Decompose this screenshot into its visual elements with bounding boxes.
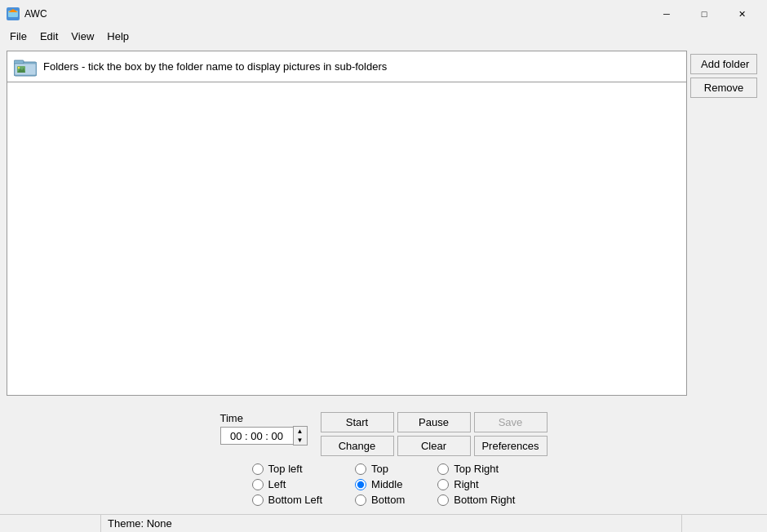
app-title: AWC — [24, 8, 47, 20]
radio-middle-input[interactable] — [355, 479, 366, 490]
status-left — [3, 515, 101, 532]
time-input-row: ▲ ▼ — [220, 426, 308, 446]
menu-help[interactable]: Help — [100, 29, 135, 44]
radio-bottom-right-label: Bottom Right — [454, 494, 515, 506]
radio-bottom-left[interactable]: Bottom Left — [252, 494, 322, 506]
menu-edit[interactable]: Edit — [33, 29, 64, 44]
app-icon — [7, 7, 20, 20]
preferences-button[interactable]: Preferences — [474, 436, 548, 456]
menu-view[interactable]: View — [64, 29, 100, 44]
radio-col-center: Top Middle Bottom — [355, 463, 405, 506]
radio-col-left: Top left Left Bottom Left — [252, 463, 322, 506]
title-bar-controls: ─ □ ✕ — [648, 4, 760, 24]
start-button[interactable]: Start — [321, 412, 394, 432]
action-row-1: Start Pause Save — [321, 412, 548, 432]
folder-icon — [14, 57, 37, 77]
status-bar: Theme: None — [0, 514, 767, 532]
time-label: Time — [220, 412, 308, 424]
status-center: Theme: None — [101, 515, 682, 532]
folder-list-body — [7, 82, 686, 395]
radio-middle[interactable]: Middle — [355, 478, 405, 490]
radio-right-label: Right — [454, 478, 478, 490]
main-content: Folders - tick the box by the folder nam… — [0, 46, 767, 514]
controls-row: Time ▲ ▼ Start Pause Save Change — [7, 412, 760, 456]
radio-right-input[interactable] — [437, 479, 449, 490]
radio-bottom-right-input[interactable] — [437, 494, 449, 506]
save-button[interactable]: Save — [474, 412, 548, 432]
svg-point-10 — [18, 66, 20, 68]
action-buttons: Start Pause Save Change Clear Preference… — [321, 412, 548, 456]
folder-panel: Folders - tick the box by the folder nam… — [7, 51, 687, 396]
radio-top-right-label: Top Right — [454, 463, 499, 475]
radio-col-right: Top Right Right Bottom Right — [437, 463, 515, 506]
add-folder-button[interactable]: Add folder — [690, 54, 757, 74]
radio-top-left-label: Top left — [268, 463, 303, 475]
radio-bottom-input[interactable] — [355, 494, 366, 506]
maximize-button[interactable]: □ — [685, 4, 723, 24]
radio-left-label: Left — [268, 478, 286, 490]
folder-main: Folders - tick the box by the folder nam… — [7, 51, 686, 395]
folder-buttons: Add folder Remove — [687, 51, 760, 402]
folder-section: Folders - tick the box by the folder nam… — [7, 51, 760, 402]
menu-bar: File Edit View Help — [0, 26, 767, 46]
radio-groups: Top left Left Bottom Left Top — [7, 459, 760, 509]
radio-top-input[interactable] — [355, 463, 366, 475]
folder-header: Folders - tick the box by the folder nam… — [7, 51, 686, 82]
title-bar: AWC ─ □ ✕ — [0, 0, 767, 26]
time-input[interactable] — [220, 427, 294, 445]
spin-down-button[interactable]: ▼ — [294, 436, 307, 445]
remove-button[interactable]: Remove — [690, 78, 757, 98]
radio-bottom[interactable]: Bottom — [355, 494, 405, 506]
spin-buttons: ▲ ▼ — [293, 426, 308, 446]
bottom-controls: Time ▲ ▼ Start Pause Save Change — [7, 409, 760, 511]
close-button[interactable]: ✕ — [723, 4, 760, 24]
radio-left[interactable]: Left — [252, 478, 322, 490]
radio-top[interactable]: Top — [355, 463, 405, 475]
pause-button[interactable]: Pause — [397, 412, 471, 432]
time-group: Time ▲ ▼ — [220, 412, 308, 446]
radio-top-left[interactable]: Top left — [252, 463, 322, 475]
title-bar-left: AWC — [7, 7, 47, 20]
action-row-2: Change Clear Preferences — [321, 436, 548, 456]
minimize-button[interactable]: ─ — [648, 4, 685, 24]
radio-top-right-input[interactable] — [437, 463, 449, 475]
radio-bottom-left-input[interactable] — [252, 494, 264, 506]
status-right — [682, 515, 764, 532]
radio-top-left-input[interactable] — [252, 463, 264, 475]
change-button[interactable]: Change — [321, 436, 394, 456]
radio-bottom-right[interactable]: Bottom Right — [437, 494, 515, 506]
radio-top-label: Top — [371, 463, 388, 475]
clear-button[interactable]: Clear — [397, 436, 471, 456]
theme-label: Theme: None — [108, 517, 172, 530]
radio-bottom-left-label: Bottom Left — [268, 494, 322, 506]
spin-up-button[interactable]: ▲ — [294, 427, 307, 436]
folder-header-text: Folders - tick the box by the folder nam… — [43, 60, 680, 73]
radio-right[interactable]: Right — [437, 478, 515, 490]
radio-top-right[interactable]: Top Right — [437, 463, 515, 475]
radio-middle-label: Middle — [371, 478, 402, 490]
svg-rect-5 — [14, 60, 24, 64]
menu-file[interactable]: File — [3, 29, 33, 44]
radio-left-input[interactable] — [252, 479, 264, 490]
radio-bottom-label: Bottom — [371, 494, 405, 506]
